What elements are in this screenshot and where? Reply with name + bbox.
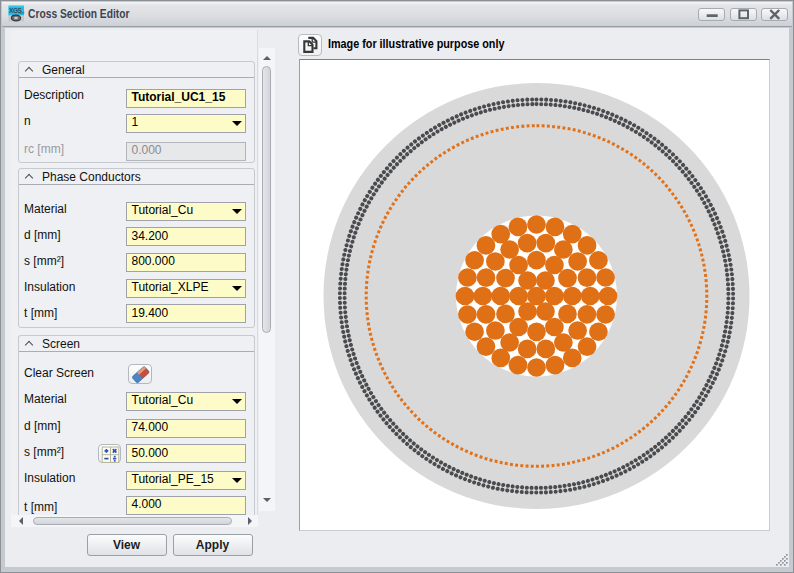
svg-text:cad: cad: [19, 11, 25, 15]
